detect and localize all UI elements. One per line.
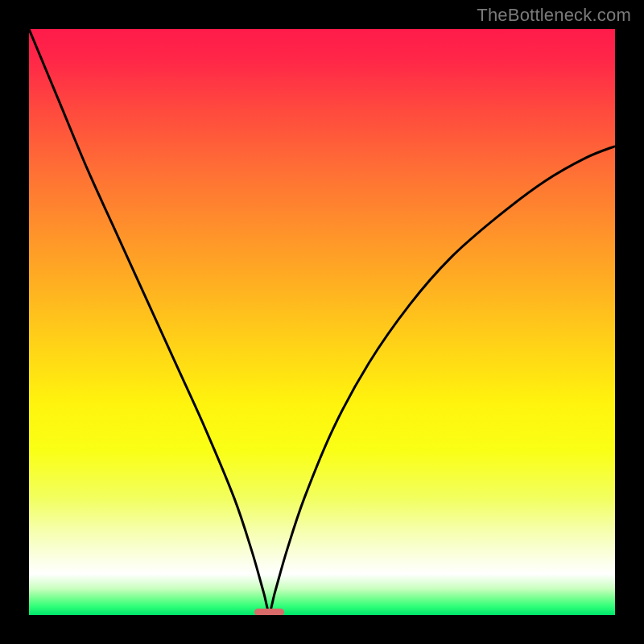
- curve-layer: [29, 29, 615, 615]
- bottleneck-curve: [29, 29, 615, 612]
- watermark-text: TheBottleneck.com: [477, 5, 631, 26]
- optimal-marker: [254, 609, 283, 615]
- chart-frame: TheBottleneck.com: [0, 0, 644, 644]
- plot-area: [29, 29, 615, 615]
